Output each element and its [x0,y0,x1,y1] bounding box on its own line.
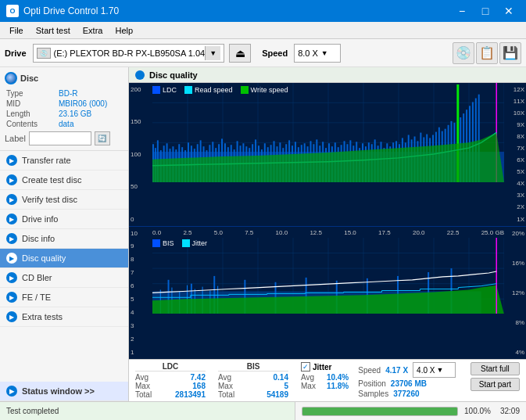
app-title: Opti Drive Control 1.70 [23,5,119,16]
nav-label-create-test-disc: Create test disc [22,175,81,185]
time-text: 32:09 [500,407,520,415]
copy-button[interactable]: 📋 [476,42,498,64]
chart-top-y-axis-left: 200 150 100 50 0 [129,83,152,226]
nav-label-fe-te: FE / TE [22,293,51,302]
nav-item-status-window[interactable]: ▶ Status window >> [0,382,128,401]
disc-info-section: Disc Type BD-R MID MBIR06 (000) Length 2… [0,67,128,151]
save-button[interactable]: 💾 [499,42,521,64]
disc-erase-button[interactable]: 💿 [453,42,474,64]
disc-table: Type BD-R MID MBIR06 (000) Length 23.16 … [5,88,123,130]
legend-bis-box [152,239,160,247]
legend-jitter: Jitter [182,239,208,247]
type-label: Type [6,89,57,98]
nav-item-drive-info[interactable]: ▶ Drive info [0,210,128,229]
legend-ldc: LDC [152,86,177,94]
nav-label-cd-bler: CD Bler [22,273,52,282]
nav-item-verify-test-disc[interactable]: ▶ Verify test disc [0,190,128,210]
nav-menu: ▶ Transfer rate ▶ Create test disc ▶ Ver… [0,151,128,401]
nav-item-create-test-disc[interactable]: ▶ Create test disc [0,171,128,190]
type-value: BD-R [59,89,122,98]
nav-icon-drive-info: ▶ [6,214,17,224]
ldc-max-row: Max 168 [135,382,206,390]
chart-bottom-y-axis-right: 20% 16% 12% 8% 4% [504,227,526,359]
legend-read-speed-box [184,86,192,94]
nav-label-transfer-rate: Transfer rate [22,156,71,165]
nav-item-transfer-rate[interactable]: ▶ Transfer rate [0,151,128,171]
title-bar: O Opti Drive Control 1.70 − □ ✕ [0,0,526,22]
progress-text: 100.0% [464,407,491,415]
menu-file[interactable]: File [3,24,30,37]
nav-item-cd-bler[interactable]: ▶ CD Bler [0,268,128,288]
app-icon: O [6,5,19,17]
progress-area: 100.0% 32:09 [295,402,526,420]
disc-section-title: Disc [5,72,123,84]
nav-icon-verify-test-disc: ▶ [6,194,17,205]
start-part-button[interactable]: Start part [471,378,520,391]
mid-value: MBIR06 (000) [59,99,122,108]
quality-icon [135,70,145,80]
legend-write-speed-box [241,86,249,94]
action-buttons: Start full Start part [471,362,520,391]
disc-type-row: Type BD-R [6,89,122,98]
speed-select[interactable]: 8.0 X ▼ [294,44,341,63]
menu-start-test[interactable]: Start test [30,24,77,37]
chart-bottom-y-axis-left: 10 9 8 7 6 5 4 3 2 1 [129,227,152,359]
menu-help[interactable]: Help [109,24,139,37]
nav-label-disc-quality: Disc quality [22,253,66,263]
ldc-total-row: Total 2813491 [135,390,206,399]
top-chart-svg [152,83,504,182]
nav-item-disc-info[interactable]: ▶ Disc info [0,229,128,249]
quality-title: Disc quality [149,70,198,80]
menu-extra[interactable]: Extra [77,24,109,37]
chart-top-y-axis-right: 12X 11X 10X 9X 8X 7X 6X 5X 4X 3X 2X 1X [504,83,526,226]
speed-select-arrow: ▼ [436,366,443,374]
nav-label-disc-info: Disc info [22,234,55,243]
legend-ldc-box [152,86,160,94]
nav-item-extra-tests[interactable]: ▶ Extra tests [0,307,128,327]
speed-row: Speed 4.17 X 4.0 X ▼ [358,362,456,378]
mid-label: MID [6,99,57,108]
legend-read-speed: Read speed [184,86,233,94]
main-area: Disc Type BD-R MID MBIR06 (000) Length 2… [0,67,526,401]
speed-stats-select[interactable]: 4.0 X ▼ [413,362,456,378]
jitter-checkbox[interactable]: ✓ [301,362,310,372]
nav-icon-cd-bler: ▶ [6,272,17,283]
disc-length-row: Length 23.16 GB [6,109,122,118]
bis-max-row: Max 5 [218,382,288,390]
window-controls: − □ ✕ [451,3,520,19]
nav-icon-extra-tests: ▶ [6,311,17,322]
chart-container: 200 150 100 50 0 12X 11X 10X 9X 8X 7X 6X… [129,83,526,359]
nav-icon-disc-quality: ▶ [6,253,17,264]
nav-item-fe-te[interactable]: ▶ FE / TE [0,288,128,307]
drive-select[interactable]: 💿 (E:) PLEXTOR BD-R PX-LB950SA 1.04 ▼ [33,44,225,63]
contents-value: data [59,120,122,128]
label-refresh-button[interactable]: 🔄 [95,131,110,145]
drive-value: (E:) PLEXTOR BD-R PX-LB950SA 1.04 [54,48,206,58]
progress-bar [302,407,458,416]
bis-avg-row: Avg 0.14 [218,373,288,382]
quality-header: Disc quality [129,67,526,83]
legend-bis: BIS [152,239,174,247]
chart-bottom: 10 9 8 7 6 5 4 3 2 1 20% 16% 12% 8% [129,227,526,359]
nav-item-disc-quality[interactable]: ▶ Disc quality [0,249,128,268]
nav-icon-fe-te: ▶ [6,292,17,303]
progress-bar-fill [302,407,457,415]
start-full-button[interactable]: Start full [471,362,520,375]
nav-label-drive-info: Drive info [22,214,58,224]
close-button[interactable]: ✕ [498,3,520,19]
speed-label: Speed [262,48,288,58]
length-label: Length [6,109,57,118]
speed-position-stats: Speed 4.17 X 4.0 X ▼ Position 23706 MB S… [358,362,456,398]
label-input[interactable] [29,131,91,145]
jitter-header-row: ✓ Jitter [301,362,349,372]
minimize-button[interactable]: − [451,3,473,19]
sidebar: Disc Type BD-R MID MBIR06 (000) Length 2… [0,67,129,401]
speed-arrow: ▼ [321,49,328,57]
legend-write-speed: Write speed [241,86,288,94]
maximize-button[interactable]: □ [474,3,496,19]
stats-panel: LDC Avg 7.42 Max 168 Total 2813491 BIS [129,359,526,401]
bis-total-row: Total 54189 [218,390,288,399]
eject-button[interactable]: ⏏ [229,44,251,63]
legend-jitter-box [182,239,190,247]
drive-dropdown-arrow[interactable]: ▼ [205,46,220,60]
